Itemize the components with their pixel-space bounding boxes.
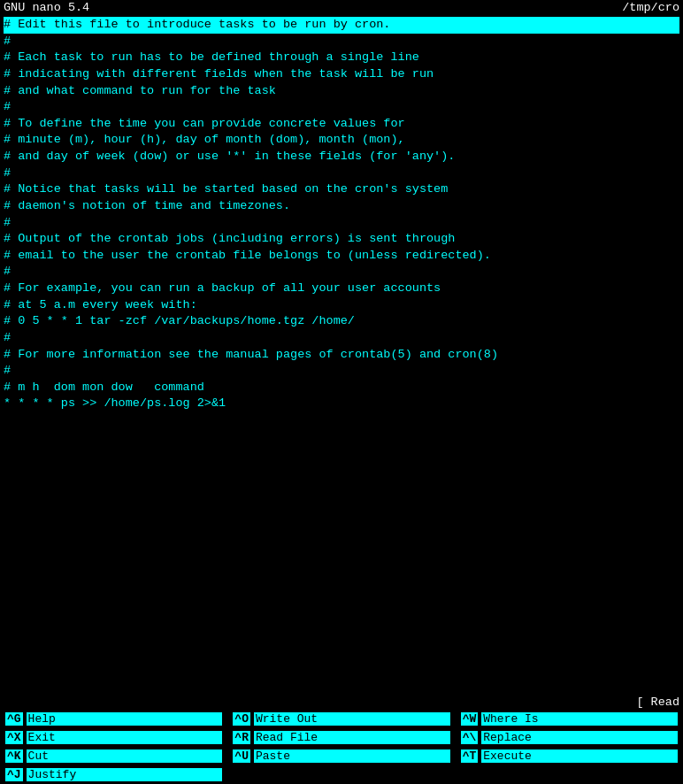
editor-line: # — [4, 215, 679, 232]
shortcut-key: ^K — [5, 749, 23, 763]
shortcut-label: Read File — [254, 731, 450, 744]
editor-line: # — [4, 264, 679, 281]
editor-line: # — [4, 165, 679, 182]
shortcut-label: Paste — [254, 749, 450, 763]
shortcut-key: ^\ — [461, 731, 479, 744]
editor-line: # at 5 a.m every week with: — [4, 297, 679, 314]
shortcut-item[interactable]: ^JJustify — [0, 765, 227, 784]
shortcut-label: Help — [27, 712, 223, 726]
shortcut-item[interactable]: ^WWhere Is — [456, 710, 683, 728]
shortcut-bar: ^GHelp^OWrite Out^WWhere Is^XExit^RRead … — [0, 710, 683, 784]
app-title: GNU nano 5.4 — [4, 1, 89, 14]
status-bar: [ Read — [0, 695, 683, 710]
shortcut-label: Write Out — [254, 712, 450, 726]
editor-line: # Output of the crontab jobs (including … — [4, 231, 679, 248]
editor-line: # m h dom mon dow command — [4, 380, 679, 396]
editor-line: # For example, you can run a backup of a… — [4, 281, 679, 297]
shortcut-item[interactable]: ^\Replace — [456, 728, 683, 747]
shortcut-key: ^U — [233, 749, 250, 763]
editor-line: # Each task to run has to be defined thr… — [4, 50, 679, 66]
editor-line: # To define the time you can provide con… — [4, 116, 679, 133]
editor-line: # Notice that tasks will be started base… — [4, 181, 679, 198]
shortcut-item[interactable]: ^XExit — [0, 728, 227, 747]
file-path: /tmp/cro — [622, 1, 679, 14]
editor-line: # indicating with different fields when … — [4, 66, 679, 83]
shortcut-key: ^G — [5, 712, 23, 726]
editor-line: # — [4, 330, 679, 347]
title-bar: GNU nano 5.4 /tmp/cro — [0, 0, 683, 15]
shortcut-item[interactable]: ^GHelp — [0, 710, 227, 728]
editor-line: # and what command to run for the task — [4, 83, 679, 100]
shortcut-label: Justify — [27, 768, 223, 781]
editor-line: # Edit this file to introduce tasks to b… — [4, 17, 679, 34]
shortcut-key: ^X — [5, 731, 23, 744]
shortcut-label: Cut — [27, 749, 223, 763]
editor-line: # — [4, 99, 679, 116]
editor-area[interactable]: # Edit this file to introduce tasks to b… — [0, 15, 683, 695]
editor-line: * * * * ps >> /home/ps.log 2>&1 — [4, 396, 679, 412]
editor-line: # minute (m), hour (h), day of month (do… — [4, 132, 679, 149]
shortcut-key: ^J — [5, 768, 23, 781]
editor-line: # 0 5 * * 1 tar -zcf /var/backups/home.t… — [4, 313, 679, 330]
shortcut-key: ^W — [461, 712, 479, 726]
editor-line: # email to the user the crontab file bel… — [4, 248, 679, 265]
shortcut-label: Execute — [481, 749, 678, 763]
shortcut-key: ^O — [233, 712, 250, 726]
shortcut-item[interactable]: ^KCut — [0, 747, 227, 765]
editor-line: # and day of week (dow) or use '*' in th… — [4, 149, 679, 165]
shortcut-label: Where Is — [481, 712, 678, 726]
shortcut-item[interactable]: ^OWrite Out — [227, 710, 455, 728]
editor-line: # For more information see the manual pa… — [4, 347, 679, 364]
editor-line: # daemon's notion of time and timezones. — [4, 198, 679, 215]
shortcut-item[interactable]: ^UPaste — [227, 747, 455, 765]
shortcut-key: ^R — [233, 731, 250, 744]
editor-line: # — [4, 34, 679, 50]
shortcut-item[interactable]: ^RRead File — [227, 728, 455, 747]
editor-line: # — [4, 363, 679, 380]
shortcut-key: ^T — [461, 749, 479, 763]
shortcut-label: Exit — [27, 731, 223, 744]
shortcut-item[interactable]: ^TExecute — [456, 747, 683, 765]
shortcut-label: Replace — [481, 731, 678, 744]
